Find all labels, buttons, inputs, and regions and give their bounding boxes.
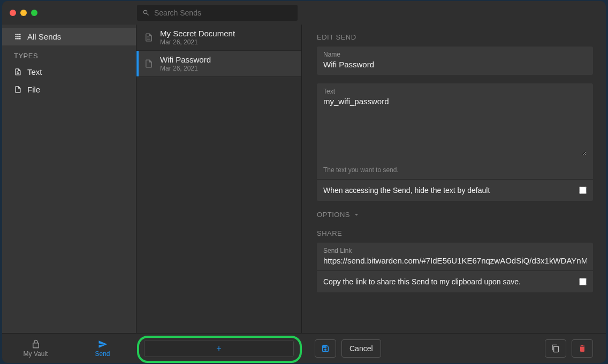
nav-tab-send[interactable]: Send	[69, 334, 136, 363]
text-label: Text	[323, 88, 587, 95]
save-button[interactable]	[315, 339, 336, 358]
text-help: The text you want to send.	[317, 163, 593, 179]
copy-icon	[551, 344, 560, 353]
add-send-button[interactable]	[144, 340, 294, 357]
sidebar-item-text[interactable]: Text	[2, 63, 136, 81]
sidebar-item-all-sends[interactable]: All Sends	[2, 28, 136, 45]
copy-on-save-row[interactable]: Copy the link to share this Send to my c…	[317, 270, 593, 292]
nav-tab-label: My Vault	[24, 350, 48, 358]
nav-tab-label: Send	[95, 350, 110, 358]
link-label: Send Link	[323, 247, 587, 254]
copy-on-save-checkbox[interactable]	[579, 278, 587, 285]
maximize-window-button[interactable]	[31, 10, 37, 16]
send-list: My Secret Document Mar 26, 2021 Wifi Pas…	[136, 25, 302, 333]
traffic-lights	[10, 10, 136, 16]
list-item[interactable]: Wifi Password Mar 26, 2021	[136, 51, 301, 77]
sidebar: All Sends TYPES Text File	[2, 25, 136, 333]
link-value: https://send.bitwarden.com/#7IdE56U1KE67…	[323, 256, 587, 265]
copy-on-save-label: Copy the link to share this Send to my c…	[323, 277, 521, 286]
titlebar	[2, 1, 606, 25]
list-item-text: My Secret Document Mar 26, 2021	[160, 29, 235, 46]
search-icon	[142, 9, 150, 17]
plus-icon	[215, 345, 223, 352]
cancel-label: Cancel	[349, 344, 373, 353]
share-header: SHARE	[317, 229, 593, 237]
search-input[interactable]	[154, 9, 292, 17]
text-field-box: Text The text you want to send. When acc…	[317, 83, 593, 201]
share-field-box: Send Link https://send.bitwarden.com/#7I…	[317, 243, 593, 292]
lock-icon	[31, 339, 41, 349]
sidebar-item-label: All Sends	[27, 32, 61, 41]
list-item-text: Wifi Password Mar 26, 2021	[160, 55, 211, 72]
send-icon	[98, 339, 108, 349]
chevron-down-icon	[353, 212, 360, 218]
text-textarea[interactable]	[323, 97, 587, 156]
hide-text-label: When accessing the Send, hide the text b…	[323, 186, 490, 195]
close-window-button[interactable]	[10, 10, 16, 16]
trash-icon	[578, 344, 587, 353]
add-button-area	[136, 334, 302, 363]
sidebar-item-label: Text	[27, 67, 42, 76]
app-window: All Sends TYPES Text File My Secret Docu…	[2, 1, 606, 363]
list-item-date: Mar 26, 2021	[160, 38, 235, 46]
cancel-button[interactable]: Cancel	[341, 339, 381, 358]
grid-icon	[14, 33, 22, 41]
hide-text-checkbox[interactable]	[579, 187, 587, 194]
text-file-icon	[14, 68, 22, 76]
search-container[interactable]	[137, 5, 298, 21]
sidebar-item-file[interactable]: File	[2, 81, 136, 98]
options-label: OPTIONS	[317, 211, 350, 219]
list-item[interactable]: My Secret Document Mar 26, 2021	[136, 25, 301, 51]
list-item-title: Wifi Password	[160, 55, 211, 64]
file-icon	[14, 86, 22, 94]
hide-text-row[interactable]: When accessing the Send, hide the text b…	[317, 179, 593, 201]
name-label: Name	[323, 51, 587, 58]
minimize-window-button[interactable]	[20, 10, 27, 16]
list-item-date: Mar 26, 2021	[160, 65, 211, 72]
footer: My Vault Send Cancel	[2, 333, 606, 363]
nav-tab-my-vault[interactable]: My Vault	[2, 334, 69, 363]
sidebar-item-label: File	[27, 85, 40, 94]
file-icon	[144, 59, 154, 68]
text-file-icon	[144, 33, 154, 42]
list-item-title: My Secret Document	[160, 29, 235, 38]
detail-pane: EDIT SEND Name Text The text you want to…	[302, 25, 606, 333]
sidebar-types-header: TYPES	[2, 45, 136, 63]
edit-send-header: EDIT SEND	[317, 33, 593, 41]
footer-actions: Cancel	[302, 334, 606, 363]
options-toggle[interactable]: OPTIONS	[317, 211, 593, 219]
save-icon	[321, 344, 330, 353]
copy-link-button[interactable]	[545, 339, 566, 358]
name-field-box: Name	[317, 47, 593, 75]
name-input[interactable]	[323, 60, 587, 69]
delete-button[interactable]	[572, 339, 593, 358]
content-area: All Sends TYPES Text File My Secret Docu…	[2, 25, 606, 333]
